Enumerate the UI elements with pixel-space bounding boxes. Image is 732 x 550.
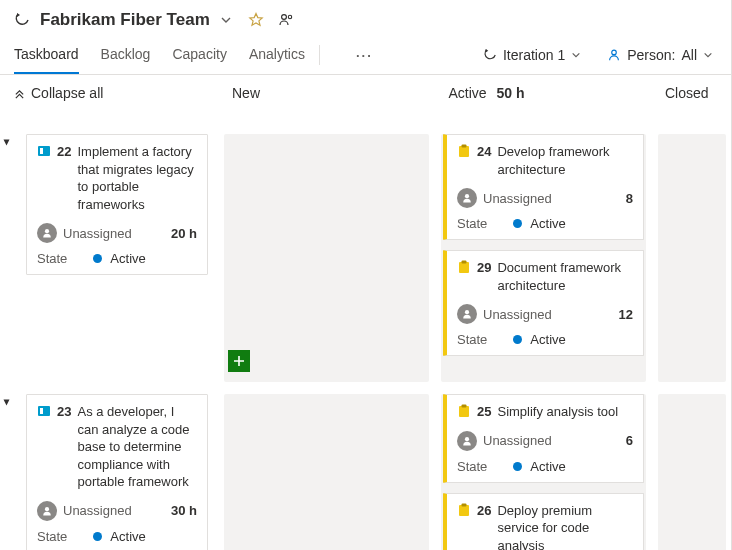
avatar-icon (37, 223, 57, 243)
avatar-icon (37, 501, 57, 521)
work-item-id: 25 (477, 403, 491, 421)
task-icon (457, 503, 471, 517)
svg-rect-4 (40, 148, 43, 154)
task-card[interactable]: 29 Document framework architecture Unass… (443, 250, 644, 356)
column-header-active: Active 50 h (435, 75, 652, 111)
state-field-label: State (457, 216, 487, 231)
column-hours: 50 h (497, 85, 525, 101)
lane-new[interactable] (218, 390, 435, 550)
remaining-hours: 6 (626, 433, 633, 448)
assignee[interactable]: Unassigned (457, 188, 552, 208)
svg-rect-15 (459, 406, 469, 417)
lane-active[interactable]: 25 Simplify analysis tool Unassigned 6 (435, 390, 652, 550)
task-icon (457, 260, 471, 274)
team-picker-chevron[interactable] (220, 14, 232, 26)
person-icon (607, 48, 621, 62)
person-value: All (681, 47, 697, 63)
tab-overflow-menu[interactable]: ··· (352, 38, 377, 73)
assignee[interactable]: Unassigned (37, 223, 132, 243)
svg-point-1 (288, 15, 291, 18)
column-header-new: New (218, 75, 435, 111)
state-value: Active (513, 332, 565, 347)
work-item-title: As a developer, I can analyze a code bas… (77, 403, 197, 491)
assignee[interactable]: Unassigned (457, 431, 552, 451)
column-name: New (232, 85, 260, 101)
work-item-id: 26 (477, 502, 491, 520)
tab-capacity[interactable]: Capacity (172, 36, 226, 74)
remaining-hours: 20 h (171, 226, 197, 241)
tab-backlog[interactable]: Backlog (101, 36, 151, 74)
svg-rect-9 (459, 262, 469, 273)
iteration-icon (483, 48, 497, 62)
svg-point-14 (45, 507, 49, 511)
svg-rect-10 (462, 261, 467, 264)
collapse-all-button[interactable]: Collapse all (0, 75, 218, 111)
assignee-label: Unassigned (483, 191, 552, 206)
svg-rect-12 (38, 406, 50, 416)
swimlane-collapse-toggle[interactable] (2, 138, 11, 147)
task-icon (457, 404, 471, 418)
team-icon (14, 12, 30, 28)
user-story-icon (37, 144, 51, 158)
column-name: Active (449, 85, 487, 101)
work-item-title: Deploy premium service for code analysis (497, 502, 633, 550)
column-header-closed: Closed (651, 75, 731, 111)
lane-new[interactable] (218, 130, 435, 378)
tab-analytics[interactable]: Analytics (249, 36, 305, 74)
team-members-icon[interactable] (278, 12, 294, 28)
state-field-label: State (457, 332, 487, 347)
add-task-button[interactable] (228, 350, 250, 372)
avatar-icon (457, 431, 477, 451)
svg-rect-16 (462, 405, 467, 408)
assignee[interactable]: Unassigned (457, 304, 552, 324)
svg-rect-19 (462, 503, 467, 506)
state-value: Active (93, 251, 145, 266)
state-value: Active (513, 459, 565, 474)
svg-point-8 (465, 194, 469, 198)
task-card[interactable]: 26 Deploy premium service for code analy… (443, 493, 644, 550)
assignee[interactable]: Unassigned (37, 501, 132, 521)
work-item-id: 23 (57, 403, 71, 421)
task-card[interactable]: 24 Develop framework architecture Unassi… (443, 134, 644, 240)
assignee-label: Unassigned (63, 226, 132, 241)
remaining-hours: 8 (626, 191, 633, 206)
task-icon (457, 144, 471, 158)
story-card[interactable]: 23 As a developer, I can analyze a code … (26, 394, 208, 550)
lane-closed[interactable] (652, 390, 732, 550)
state-field-label: State (37, 251, 67, 266)
lane-active[interactable]: 24 Develop framework architecture Unassi… (435, 130, 652, 378)
state-dot-icon (93, 532, 102, 541)
state-dot-icon (513, 462, 522, 471)
assignee-label: Unassigned (63, 503, 132, 518)
task-card[interactable]: 25 Simplify analysis tool Unassigned 6 (443, 394, 644, 483)
work-item-title: Implement a factory that migrates legacy… (77, 143, 197, 213)
favorite-star-icon[interactable] (248, 12, 264, 28)
svg-rect-3 (38, 146, 50, 156)
svg-point-17 (465, 437, 469, 441)
chevron-down-icon (703, 50, 713, 60)
state-value: Active (513, 216, 565, 231)
work-item-title: Simplify analysis tool (497, 403, 633, 421)
work-item-id: 22 (57, 143, 71, 161)
state-dot-icon (513, 335, 522, 344)
work-item-title: Develop framework architecture (497, 143, 633, 178)
svg-point-5 (45, 229, 49, 233)
person-filter[interactable]: Person: All (603, 39, 717, 71)
tab-taskboard[interactable]: Taskboard (14, 36, 79, 74)
svg-rect-18 (459, 505, 469, 516)
assignee-label: Unassigned (483, 433, 552, 448)
collapse-icon (14, 88, 25, 99)
work-item-id: 29 (477, 259, 491, 277)
iteration-picker[interactable]: Iteration 1 (479, 39, 585, 71)
lane-closed[interactable] (652, 130, 732, 378)
chevron-down-icon (571, 50, 581, 60)
swimlane-collapse-toggle[interactable] (2, 398, 11, 407)
state-value: Active (93, 529, 145, 544)
avatar-icon (457, 188, 477, 208)
state-field-label: State (37, 529, 67, 544)
person-label-prefix: Person: (627, 47, 675, 63)
state-dot-icon (513, 219, 522, 228)
svg-rect-7 (462, 145, 467, 148)
story-card[interactable]: 22 Implement a factory that migrates leg… (26, 134, 208, 275)
team-name: Fabrikam Fiber Team (40, 10, 210, 30)
